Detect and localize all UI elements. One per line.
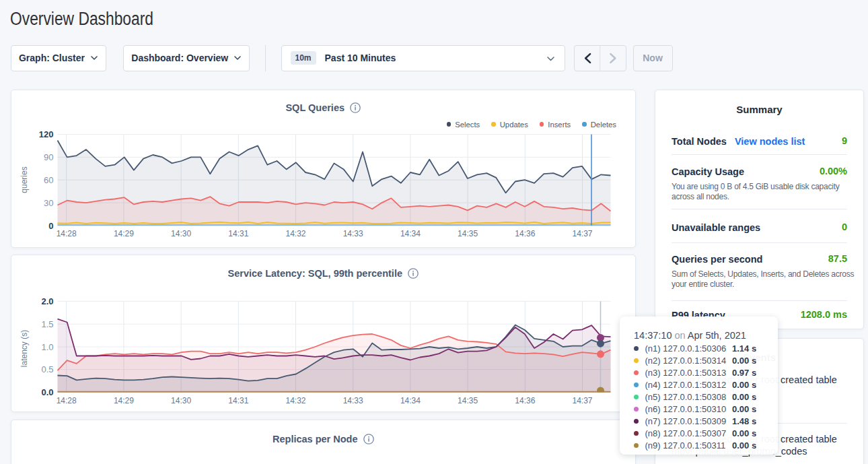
svg-text:14:28: 14:28 <box>56 395 76 405</box>
svg-text:14:33: 14:33 <box>342 229 363 238</box>
svg-text:60: 60 <box>44 175 53 185</box>
svg-text:120: 120 <box>38 129 53 139</box>
svg-text:14:30: 14:30 <box>171 229 191 238</box>
svg-text:90: 90 <box>44 152 53 162</box>
svg-text:14:31: 14:31 <box>228 395 248 405</box>
svg-text:1.5: 1.5 <box>41 319 53 329</box>
svg-text:14:33: 14:33 <box>342 395 363 405</box>
svg-text:14:29: 14:29 <box>113 229 133 238</box>
svg-text:14:32: 14:32 <box>285 395 305 405</box>
svg-text:14:35: 14:35 <box>458 229 478 238</box>
svg-text:0: 0 <box>48 221 53 231</box>
svg-text:14:35: 14:35 <box>458 395 478 405</box>
svg-text:1.0: 1.0 <box>41 341 53 352</box>
svg-text:14:34: 14:34 <box>400 229 420 238</box>
svg-text:14:37: 14:37 <box>572 229 592 238</box>
svg-text:14:31: 14:31 <box>228 229 248 238</box>
svg-text:14:28: 14:28 <box>56 229 76 238</box>
svg-text:14:30: 14:30 <box>171 395 191 405</box>
svg-text:0.5: 0.5 <box>41 364 53 374</box>
svg-text:14:29: 14:29 <box>113 395 133 405</box>
svg-text:14:36: 14:36 <box>515 395 535 405</box>
svg-text:14:32: 14:32 <box>285 229 305 238</box>
svg-text:queries: queries <box>19 166 28 193</box>
svg-text:14:34: 14:34 <box>400 395 420 405</box>
svg-text:0.0: 0.0 <box>41 387 53 397</box>
svg-text:14:36: 14:36 <box>515 229 535 238</box>
svg-text:2.0: 2.0 <box>41 296 53 306</box>
svg-text:latency (s): latency (s) <box>19 329 28 366</box>
svg-text:14:37: 14:37 <box>572 395 592 405</box>
svg-text:30: 30 <box>44 198 53 208</box>
